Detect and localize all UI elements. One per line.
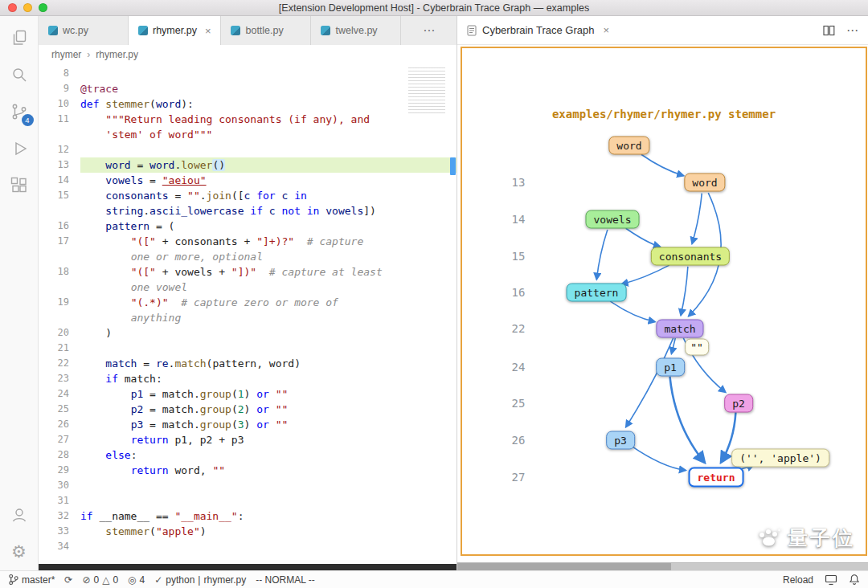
code-line[interactable]: 20 ) [39,325,457,341]
run-debug-icon[interactable] [7,137,31,161]
code-line[interactable]: 29 return word, "" [39,463,457,478]
graph-node-p2[interactable]: p2 [724,394,753,413]
code-line[interactable]: 19 "(.*)" # capture zero or more of [39,295,457,310]
git-branch-item[interactable]: master* [8,574,55,586]
line-number [39,203,80,218]
more-tabs-icon[interactable]: ⋯ [401,16,457,45]
trace-graph-canvas[interactable]: examples/rhymer/rhymer.py stemmer 131415… [462,48,866,554]
graph-edge-consonants-to-match [681,267,688,316]
graph-title: examples/rhymer/rhymer.py stemmer [462,108,866,120]
code-line[interactable]: 14 vowels = "aeiou" [39,173,457,188]
python-file-icon [231,26,240,35]
git-branch-icon [8,574,18,586]
screencast-icon[interactable] [825,574,837,586]
code-line[interactable]: 12 [39,142,457,157]
code-line[interactable]: 15 consonants = "".join([c for c in [39,188,457,203]
tab-bottle-py[interactable]: bottle.py [221,16,311,45]
minimap[interactable] [408,67,445,114]
error-icon: ⊘ [82,574,90,586]
code-line[interactable]: 25 p2 = match.group(2) or "" [39,402,457,417]
interpreter-label: python [166,574,194,586]
graph-node-result[interactable]: ('', 'apple') [731,449,829,468]
code-line[interactable]: 21 [39,341,457,356]
line-number: 20 [39,325,80,341]
code-line[interactable]: 18 "([" + vowels + "])" # capture at lea… [39,264,457,280]
more-actions-icon[interactable]: ⋯ [846,23,858,38]
graph-node-vowels[interactable]: vowels [586,210,640,229]
account-icon[interactable] [7,503,31,527]
search-icon[interactable] [7,63,31,87]
interpreter-item[interactable]: ✓ python | rhymer.py [154,574,246,586]
breadcrumb-file[interactable]: rhymer.py [96,49,138,60]
code-line[interactable]: 24 p1 = match.group(1) or "" [39,386,457,402]
code-line[interactable]: 28 else: [39,447,457,463]
code-line[interactable]: 30 [39,478,457,493]
graph-node-match[interactable]: match [656,320,703,338]
line-number: 18 [39,264,80,280]
graph-node-p1[interactable]: p1 [656,358,685,377]
code-line[interactable]: 33 stemmer("apple") [39,524,457,539]
code-line[interactable]: 31 [39,493,457,508]
tab-wc-py[interactable]: wc.py [39,16,129,45]
tab-twelve-py[interactable]: twelve.py [311,16,401,45]
problems-item[interactable]: ⊘ 0 △ 0 [82,574,118,586]
graph-node-return[interactable]: return [689,468,744,488]
code-line[interactable]: 13 word = word.lower() [39,157,457,173]
code-text: return p1, p2 + p3 [80,432,457,447]
code-line[interactable]: 11 """Return leading consonants (if any)… [39,112,457,127]
sync-item[interactable]: ⟳ [64,574,72,586]
code-text [80,66,457,81]
graph-edge-p1-to-return [669,377,704,463]
code-line[interactable]: 9@trace [39,81,457,96]
code-line[interactable]: 32if __name__ == "__main__": [39,508,457,524]
code-line[interactable]: one vowel [39,280,457,295]
explorer-icon[interactable] [7,26,31,50]
status-bar-right: Reload [783,574,860,586]
bell-icon[interactable] [849,574,860,586]
graph-node-empty-str[interactable]: "" [685,339,709,356]
vim-mode-item[interactable]: -- NORMAL -- [256,574,315,586]
zoom-window-button[interactable] [39,3,47,12]
graph-node-pattern[interactable]: pattern [567,284,627,302]
code-line[interactable]: 26 p3 = match.group(3) or "" [39,417,457,432]
source-control-icon[interactable]: 4 [7,100,31,124]
frame-count: 4 [140,574,145,586]
graph-node-consonants[interactable]: consonants [651,247,730,266]
code-line[interactable]: anything [39,310,457,325]
split-editor-icon[interactable] [823,25,835,36]
code-line[interactable]: 17 "([" + consonants + "]+)?" # capture [39,234,457,249]
frame-count-item[interactable]: ◎ 4 [128,574,145,586]
code-line[interactable]: 27 return p1, p2 + p3 [39,432,457,447]
line-number: 19 [39,295,80,310]
python-file-icon [138,26,148,35]
breadcrumb-folder[interactable]: rhymer [51,49,81,60]
tab-rhymer-py[interactable]: rhymer.py × [129,16,221,45]
extensions-icon[interactable] [7,174,31,198]
editor-horizontal-scrollbar[interactable] [39,564,457,570]
code-line[interactable]: string.ascii_lowercase if c not in vowel… [39,203,457,218]
code-line[interactable]: 23 if match: [39,371,457,386]
chevron-right-icon: › [87,49,90,60]
code-line[interactable]: 'stem' of word""" [39,127,457,142]
graph-node-p3[interactable]: p3 [606,431,635,450]
reload-button[interactable]: Reload [783,574,813,586]
close-window-button[interactable] [8,3,17,12]
tab-close-icon[interactable]: × [603,24,609,36]
watermark-text: 量子位 [788,525,855,551]
graph-node-word[interactable]: word [684,174,725,192]
settings-gear-icon[interactable]: ⚙ [7,540,31,564]
code-line[interactable]: 34 [39,539,457,554]
panel-horizontal-scrollbar[interactable] [457,562,868,570]
code-line[interactable]: one or more, optional [39,249,457,264]
minimize-window-button[interactable] [23,3,32,12]
tab-close-icon[interactable]: × [205,25,211,37]
graph-node-word-arg[interactable]: word [608,137,649,155]
trace-graph-box: examples/rhymer/rhymer.py stemmer 131415… [461,47,867,556]
tab-cyberbrain-trace-graph[interactable]: Cyberbrain Trace Graph × [467,24,609,36]
code-line[interactable]: 16 pattern = ( [39,218,457,234]
code-line[interactable]: 8 [39,66,457,81]
tab-label: wc.py [63,25,88,36]
code-line[interactable]: 10def stemmer(word): [39,96,457,112]
code-line[interactable]: 22 match = re.match(pattern, word) [39,356,457,371]
code-editor[interactable]: 89@trace10def stemmer(word):11 """Return… [39,64,457,564]
